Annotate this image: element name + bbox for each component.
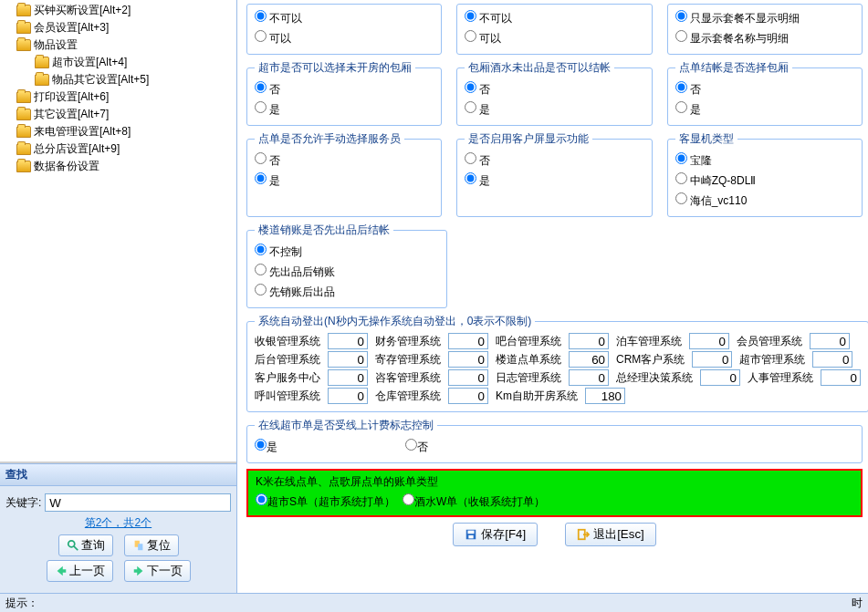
tree-item[interactable]: 超市设置[Alt+4]: [16, 54, 236, 71]
radio-option[interactable]: 中崎ZQ-8DLⅡ: [675, 172, 757, 189]
radio-option[interactable]: 超市S单（超市系统打单）: [256, 493, 395, 510]
radio-option[interactable]: 不可以: [255, 10, 302, 26]
folder-icon: [16, 39, 31, 51]
logout-input[interactable]: [448, 388, 488, 404]
logout-input[interactable]: [821, 369, 861, 386]
tree-item[interactable]: 买钟买断设置[Alt+2]: [16, 2, 236, 19]
logout-label: 客户服务中心: [255, 370, 320, 386]
logout-label: 会员管理系统: [737, 334, 802, 349]
logout-input[interactable]: [328, 388, 368, 404]
logout-input[interactable]: [692, 351, 732, 368]
next-page-button[interactable]: 下一页: [124, 560, 191, 582]
radio-option[interactable]: 不可以: [465, 10, 512, 26]
save-button[interactable]: 保存[F4]: [453, 523, 538, 546]
logout-input[interactable]: [585, 388, 625, 404]
logout-input[interactable]: [448, 333, 488, 349]
group-bill-type-highlighted: K米在线点单、点歌屏点单的账单类型 超市S单（超市系统打单） 酒水W单（收银系统…: [246, 469, 863, 517]
tree-item[interactable]: 来电管理设置[Alt+8]: [16, 123, 236, 140]
exit-button[interactable]: 退出[Esc]: [565, 523, 656, 546]
radio-option[interactable]: 显示套餐名称与明细: [675, 30, 789, 47]
search-result-info[interactable]: 第2个，共2个: [85, 516, 152, 529]
radio-option[interactable]: 可以: [255, 30, 291, 47]
logout-label: Km自助开房系统: [496, 389, 578, 404]
group-online-market: 在线超市单是否受线上计费标志控制 是 否: [246, 418, 863, 463]
tree-item[interactable]: 数据备份设置: [16, 158, 236, 175]
radio-option[interactable]: 是: [465, 172, 490, 189]
arrow-right-icon: [132, 565, 145, 577]
radio-option[interactable]: 否: [255, 152, 280, 169]
group-display-type: 客显机类型 宝隆 中崎ZQ-8DLⅡ 海信_vc110: [667, 131, 863, 217]
logout-input[interactable]: [700, 369, 740, 386]
logout-input[interactable]: [448, 351, 488, 368]
radio-option[interactable]: 是: [255, 172, 280, 189]
svg-point-0: [68, 541, 74, 547]
logout-label: 寄存管理系统: [375, 352, 441, 368]
radio-option[interactable]: 是: [255, 439, 277, 455]
group-manual-waiter: 点单是否允许手动选择服务员 否 是: [246, 131, 442, 217]
radio-option[interactable]: 不控制: [255, 244, 302, 260]
tree-item-label: 物品设置: [34, 37, 78, 53]
keyword-input[interactable]: [45, 493, 231, 512]
keyword-label: 关键字:: [5, 495, 41, 511]
group-customer-display: 是否启用客户屏显示功能 否 是: [456, 131, 652, 217]
radio-option[interactable]: 否: [465, 152, 490, 169]
tree-item-label: 来电管理设置[Alt+8]: [34, 124, 131, 140]
logout-input[interactable]: [328, 333, 368, 349]
tree-item-label: 会员设置[Alt+3]: [34, 20, 109, 36]
logout-label: 楼道点单系统: [496, 352, 561, 368]
tree-item[interactable]: 其它设置[Alt+7]: [16, 106, 236, 123]
svg-rect-6: [469, 535, 474, 539]
logout-label: 呼叫管理系统: [255, 389, 320, 404]
logout-input[interactable]: [810, 333, 850, 349]
group-1c: 只显示套餐不显示明细 显示套餐名称与明细: [667, 4, 863, 55]
save-icon: [465, 528, 477, 541]
radio-option[interactable]: 只显示套餐不显示明细: [675, 10, 800, 26]
logout-label: 总经理决策系统: [616, 370, 693, 386]
radio-option[interactable]: 酒水W单（收银系统打单）: [403, 493, 545, 510]
query-button[interactable]: 查询: [58, 534, 113, 556]
prev-page-button[interactable]: 上一页: [47, 560, 113, 582]
logout-input[interactable]: [812, 351, 852, 368]
radio-option[interactable]: 海信_vc110: [675, 192, 748, 209]
radio-option[interactable]: 否: [675, 81, 701, 98]
radio-option[interactable]: 是: [675, 101, 701, 118]
folder-icon: [16, 22, 31, 34]
folder-icon: [35, 57, 49, 68]
status-left: 提示：: [5, 596, 38, 611]
tree-item[interactable]: 物品设置: [16, 36, 236, 54]
radio-option[interactable]: 否: [465, 81, 490, 98]
radio-option[interactable]: 先出品后销账: [255, 264, 335, 280]
radio-option[interactable]: 否: [255, 81, 280, 98]
logout-input[interactable]: [569, 369, 609, 386]
folder-icon: [16, 5, 31, 16]
tree-item[interactable]: 打印设置[Alt+6]: [16, 88, 236, 106]
logout-label: 人事管理系统: [748, 370, 813, 386]
radio-option[interactable]: 否: [405, 439, 428, 455]
logout-input[interactable]: [569, 351, 609, 368]
tree-item[interactable]: 会员设置[Alt+3]: [16, 19, 236, 36]
logout-input[interactable]: [328, 369, 368, 386]
tree-item-label: 总分店设置[Alt+9]: [34, 141, 120, 157]
reset-button[interactable]: 复位: [124, 534, 179, 556]
tree-item-label: 其它设置[Alt+7]: [34, 107, 109, 122]
group-auto-logout: 系统自动登出(N秒内无操作系统自动登出，0表示不限制) 收银管理系统财务管理系统…: [246, 314, 868, 412]
exit-icon: [577, 528, 590, 541]
logout-input[interactable]: [328, 351, 368, 368]
logout-input[interactable]: [689, 333, 729, 349]
radio-option[interactable]: 可以: [465, 30, 501, 47]
folder-icon: [16, 91, 31, 103]
logout-label: 咨客管理系统: [375, 370, 441, 386]
group-corridor-settle: 楼道销账是否先出品后结帐 不控制 先出品后销账 先销账后出品: [246, 223, 447, 308]
svg-rect-5: [468, 531, 475, 534]
radio-option[interactable]: 先销账后出品: [255, 284, 335, 300]
logout-label: 后台管理系统: [255, 352, 320, 368]
logout-input[interactable]: [448, 369, 488, 386]
radio-option[interactable]: 是: [465, 101, 490, 118]
tree-item[interactable]: 总分店设置[Alt+9]: [16, 140, 236, 158]
radio-option[interactable]: 宝隆: [675, 152, 712, 169]
tree-item-label: 超市设置[Alt+4]: [52, 55, 127, 70]
logout-grid: 收银管理系统财务管理系统吧台管理系统泊车管理系统会员管理系统后台管理系统寄存管理…: [255, 333, 861, 404]
tree-item[interactable]: 物品其它设置[Alt+5]: [16, 71, 236, 88]
logout-input[interactable]: [569, 333, 609, 349]
radio-option[interactable]: 是: [255, 101, 280, 118]
